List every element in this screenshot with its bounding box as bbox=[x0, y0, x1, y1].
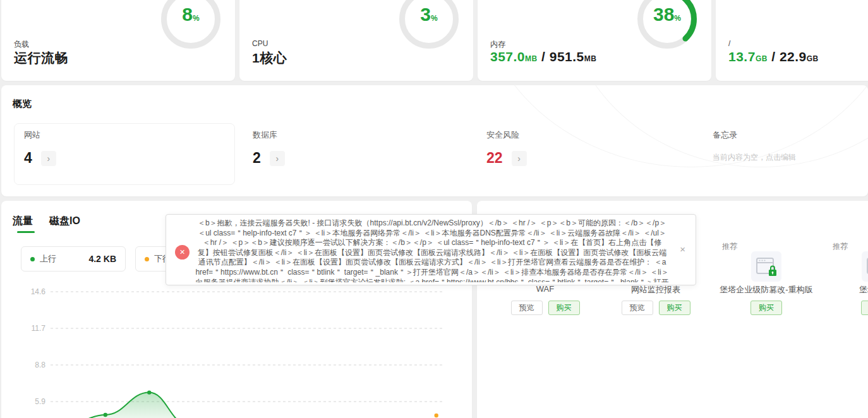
disk-value: 13.7GB / 22.9GB bbox=[728, 49, 819, 64]
memo-empty-text[interactable]: 当前内容为空，点击编辑 bbox=[713, 152, 864, 163]
databases-count: 2 bbox=[253, 150, 261, 167]
preview-button[interactable]: 预览 bbox=[511, 301, 543, 315]
buy-button[interactable]: 购买 bbox=[861, 301, 868, 315]
load-percent: 8% bbox=[159, 4, 222, 29]
overview-item-databases: 数据库 2 › bbox=[253, 129, 404, 167]
sites-chevron-right-icon[interactable]: › bbox=[41, 151, 56, 166]
load-gauge: 8% bbox=[159, 0, 222, 51]
sites-count: 4 bbox=[24, 150, 32, 167]
chart-series bbox=[75, 390, 438, 418]
cpu-card[interactable]: 3% CPU 1核心 bbox=[239, 0, 473, 81]
browser-lock-icon bbox=[751, 251, 781, 282]
disk-label: / bbox=[728, 39, 730, 48]
memo-label: 备忘录 bbox=[713, 129, 864, 141]
overview-item-memo: 备忘录 当前内容为空，点击编辑 bbox=[713, 129, 864, 163]
buy-button[interactable]: 购买 bbox=[659, 301, 690, 315]
sites-label: 网站 bbox=[24, 129, 176, 141]
memory-value: 357.0MB / 951.5MB bbox=[490, 49, 596, 64]
security-risk-label: 安全风险 bbox=[486, 129, 638, 141]
cpu-gauge: 3% bbox=[397, 0, 461, 51]
databases-label: 数据库 bbox=[253, 129, 404, 141]
product-card-clipped: 推荐 堡塔 购买 bbox=[821, 201, 868, 418]
disk-card[interactable]: / 13.7GB / 22.9GB bbox=[716, 0, 868, 81]
security-risk-count: 22 bbox=[486, 150, 503, 167]
memory-percent: 38% bbox=[636, 4, 699, 29]
memory-gauge: 38% bbox=[636, 0, 699, 51]
cpu-value: 1核心 bbox=[252, 49, 287, 67]
product-name: 堡塔企业级防篡改-重构版 bbox=[711, 284, 822, 296]
memory-label: 内存 bbox=[490, 39, 505, 50]
overview-panel: 概览 网站 4 › 数据库 2 › 安全风险 22 › 备忘录 当前内容 bbox=[1, 85, 868, 196]
load-label: 负载 bbox=[14, 39, 29, 50]
buy-button[interactable]: 购买 bbox=[548, 301, 580, 315]
cpu-percent: 3% bbox=[397, 4, 461, 29]
preview-button[interactable]: 预览 bbox=[622, 301, 653, 315]
product-name: WAF bbox=[490, 284, 601, 294]
load-card[interactable]: 8% 负载 运行流畅 bbox=[1, 0, 235, 81]
overview-item-sites: 网站 4 › bbox=[24, 129, 176, 167]
recommend-badge: 推荐 bbox=[722, 241, 737, 252]
memory-card[interactable]: 38% 内存 357.0MB / 951.5MB bbox=[478, 0, 711, 81]
recommend-badge: 推荐 bbox=[833, 241, 848, 252]
error-icon: ✕ bbox=[175, 245, 190, 260]
svg-text:14.6: 14.6 bbox=[31, 287, 46, 296]
databases-chevron-right-icon[interactable]: › bbox=[270, 151, 285, 166]
product-card-tamper-proof: 推荐 堡塔企业级防篡改-重构版 购买 bbox=[711, 201, 822, 418]
cpu-label: CPU bbox=[252, 39, 268, 48]
svg-text:8.8: 8.8 bbox=[35, 361, 45, 369]
security-risk-chevron-right-icon[interactable]: › bbox=[512, 151, 527, 166]
load-value: 运行流畅 bbox=[14, 49, 68, 67]
cloud-error-toast: ✕ ＜b＞抱歉，连接云端服务器失败! - 接口请求失败（https://api.… bbox=[166, 214, 696, 285]
svg-text:5.9: 5.9 bbox=[35, 397, 45, 406]
product-icon bbox=[862, 251, 868, 282]
error-message: ＜b＞抱歉，连接云端服务器失败! - 接口请求失败（https://api.bt… bbox=[195, 218, 669, 282]
close-icon[interactable]: × bbox=[680, 244, 685, 254]
overview-title: 概览 bbox=[13, 98, 32, 110]
chart-gridlines: 14.611.78.85.9 bbox=[31, 287, 442, 406]
product-name: 堡塔 bbox=[821, 284, 868, 296]
product-name: 网站监控报表 bbox=[600, 284, 711, 296]
buy-button[interactable]: 购买 bbox=[750, 301, 782, 315]
overview-item-security-risk: 安全风险 22 › bbox=[486, 129, 638, 167]
dashboard-page: 8% 负载 运行流畅 3% CPU 1核心 38% 内存 357.0MB / 9… bbox=[0, 0, 868, 418]
svg-text:11.7: 11.7 bbox=[32, 324, 46, 333]
